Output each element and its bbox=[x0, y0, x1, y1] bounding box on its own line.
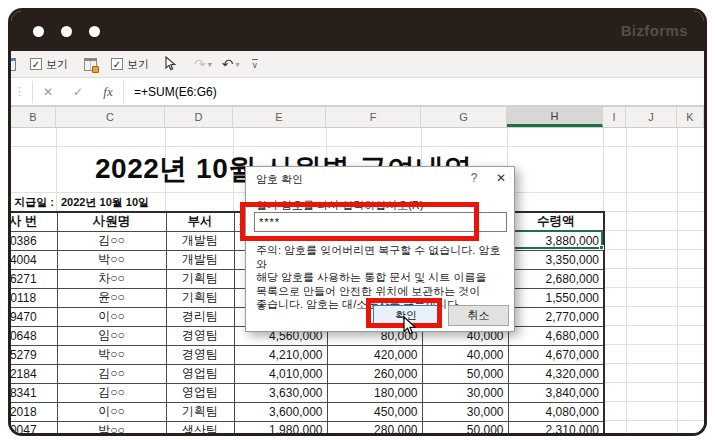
table-cell[interactable]: 2,770,000 bbox=[508, 307, 604, 326]
brand-logo: Bizforms bbox=[621, 22, 688, 39]
column-header-C[interactable]: C bbox=[56, 107, 165, 127]
table-cell[interactable]: 9470 bbox=[11, 307, 57, 326]
table-cell[interactable]: 260,000 bbox=[327, 364, 422, 383]
table-cell[interactable]: 2184 bbox=[11, 364, 57, 383]
select-cursor-icon[interactable] bbox=[165, 56, 176, 73]
table-cell[interactable]: 생산팀 bbox=[166, 421, 234, 436]
table-cell[interactable]: 기획팀 bbox=[166, 288, 234, 307]
table-cell[interactable]: 3,630,000 bbox=[234, 383, 327, 402]
table-cell[interactable]: 1,980,000 bbox=[234, 421, 327, 436]
table-cell[interactable]: 3,840,000 bbox=[508, 383, 604, 402]
table-cell[interactable]: 0648 bbox=[11, 326, 57, 345]
undo-dropdown-icon[interactable]: ▾ bbox=[235, 60, 239, 69]
sheet-protect-icon[interactable] bbox=[84, 58, 97, 71]
formula-accept-icon[interactable]: ✓ bbox=[63, 85, 93, 99]
checkbox-checked-icon[interactable]: ✓ bbox=[30, 58, 42, 70]
table-cell[interactable]: 3,350,000 bbox=[508, 250, 604, 269]
view-toggle-1[interactable]: ✓ 보기 bbox=[22, 57, 68, 72]
quick-access-toolbar: ✓ 보기 ✓ 보기 ↷ ▾ ↶ ▾ ∨ bbox=[11, 51, 704, 78]
table-cell[interactable]: 0047 bbox=[11, 421, 57, 436]
insert-function-icon[interactable]: fx bbox=[93, 84, 123, 100]
table-view-icon[interactable] bbox=[8, 58, 16, 71]
window-dot-2-icon[interactable] bbox=[61, 26, 72, 37]
table-cell[interactable]: 4,320,000 bbox=[508, 364, 604, 383]
table-cell[interactable]: 경영팀 bbox=[166, 326, 234, 345]
column-header-J[interactable]: J bbox=[626, 107, 677, 127]
table-cell[interactable]: 450,000 bbox=[327, 402, 422, 421]
table-cell[interactable]: 420,000 bbox=[327, 345, 422, 364]
table-cell[interactable]: 4004 bbox=[11, 250, 57, 269]
cancel-button[interactable]: 취소 bbox=[448, 305, 509, 326]
column-header-K[interactable]: K bbox=[677, 107, 704, 127]
table-cell[interactable]: 50,000 bbox=[422, 364, 508, 383]
table-cell[interactable]: 2018 bbox=[11, 402, 57, 421]
table-cell[interactable]: 박○○ bbox=[57, 345, 166, 364]
table-cell[interactable]: 4,210,000 bbox=[234, 345, 327, 364]
table-cell[interactable]: 개발팀 bbox=[166, 231, 234, 250]
table-cell[interactable]: 윤○○ bbox=[57, 288, 166, 307]
active-cell-outline[interactable] bbox=[507, 230, 603, 249]
table-cell[interactable]: 280,000 bbox=[327, 421, 422, 436]
table-cell[interactable]: 1,550,000 bbox=[508, 288, 604, 307]
table-cell[interactable]: 180,000 bbox=[327, 383, 422, 402]
column-header-H[interactable]: H bbox=[507, 107, 603, 127]
checkbox-checked-icon[interactable]: ✓ bbox=[111, 58, 123, 70]
table-cell[interactable]: 박○○ bbox=[57, 250, 166, 269]
table-cell[interactable]: 경영팀 bbox=[166, 345, 234, 364]
table-cell[interactable]: 0386 bbox=[11, 231, 57, 250]
table-cell[interactable]: 2,680,000 bbox=[508, 269, 604, 288]
table-cell[interactable]: 임○○ bbox=[57, 326, 166, 345]
redo-icon[interactable]: ↷ bbox=[194, 56, 206, 72]
table-header-cell: 사 번 bbox=[11, 212, 57, 231]
view-toggle-2[interactable]: ✓ 보기 bbox=[103, 57, 149, 72]
table-cell[interactable]: 30,000 bbox=[422, 402, 508, 421]
table-cell[interactable]: 이○○ bbox=[57, 307, 166, 326]
table-cell[interactable]: 30,000 bbox=[422, 383, 508, 402]
table-cell[interactable]: 8341 bbox=[11, 383, 57, 402]
column-header-F[interactable]: F bbox=[326, 107, 421, 127]
table-cell[interactable]: 40,000 bbox=[422, 345, 508, 364]
table-cell[interactable]: 기획팀 bbox=[166, 269, 234, 288]
fill-handle[interactable] bbox=[599, 245, 604, 250]
table-cell[interactable]: 김○○ bbox=[57, 364, 166, 383]
undo-icon[interactable]: ↶ bbox=[222, 56, 234, 72]
window-dot-1-icon[interactable] bbox=[33, 26, 44, 37]
table-cell[interactable]: 개발팀 bbox=[166, 250, 234, 269]
table-cell[interactable]: 6271 bbox=[11, 269, 57, 288]
table-cell[interactable]: 차○○ bbox=[57, 269, 166, 288]
column-header-G[interactable]: G bbox=[421, 107, 507, 127]
gridline bbox=[677, 128, 678, 436]
table-cell[interactable]: 4,680,000 bbox=[508, 326, 604, 345]
column-header-I[interactable]: I bbox=[603, 107, 626, 127]
table-cell[interactable]: 2,310,000 bbox=[508, 421, 604, 436]
toolbar-overflow-icon[interactable]: ∨ bbox=[252, 59, 259, 69]
redo-dropdown-icon[interactable]: ▾ bbox=[208, 60, 212, 69]
formula-cancel-icon[interactable]: ✕ bbox=[33, 85, 63, 99]
table-cell[interactable]: 김○○ bbox=[57, 231, 166, 250]
column-header-D[interactable]: D bbox=[165, 107, 233, 127]
table-cell[interactable]: 4,670,000 bbox=[508, 345, 604, 364]
table-cell[interactable]: 50,000 bbox=[422, 421, 508, 436]
table-cell[interactable]: 기획팀 bbox=[166, 402, 234, 421]
table-cell[interactable]: 4,010,000 bbox=[234, 364, 327, 383]
table-cell[interactable]: 박○○ bbox=[57, 421, 166, 436]
table-cell[interactable]: 경리팀 bbox=[166, 307, 234, 326]
dialog-help-icon[interactable]: ? bbox=[464, 171, 484, 185]
table-cell[interactable]: 영업팀 bbox=[166, 364, 234, 383]
app-window: Bizforms ✓ 보기 ✓ 보기 ↷ ▾ ↶ ▾ ∨ ⋮ ✕ ✓ fx bbox=[8, 8, 707, 436]
annotation-box-input bbox=[240, 202, 479, 241]
table-cell[interactable]: 5279 bbox=[11, 345, 57, 364]
formula-input[interactable]: =+SUM(E6:G6) bbox=[134, 85, 217, 99]
table-cell[interactable]: 3,600,000 bbox=[234, 402, 327, 421]
dialog-close-icon[interactable]: ✕ bbox=[490, 171, 512, 185]
table-cell[interactable]: 0118 bbox=[11, 288, 57, 307]
spreadsheet-grid[interactable]: 2022년 10월 사원별 급여내역 지급일 : 2022년 10월 10일 사… bbox=[11, 128, 704, 436]
column-header-B[interactable]: B bbox=[11, 107, 56, 127]
table-cell[interactable]: 영업팀 bbox=[166, 383, 234, 402]
table-cell[interactable]: 김○○ bbox=[57, 383, 166, 402]
namebox-grip-icon[interactable]: ⋮ bbox=[11, 85, 32, 98]
table-cell[interactable]: 4,080,000 bbox=[508, 402, 604, 421]
table-cell[interactable]: 이○○ bbox=[57, 402, 166, 421]
window-dot-3-icon[interactable] bbox=[89, 26, 100, 37]
column-header-E[interactable]: E bbox=[233, 107, 326, 127]
